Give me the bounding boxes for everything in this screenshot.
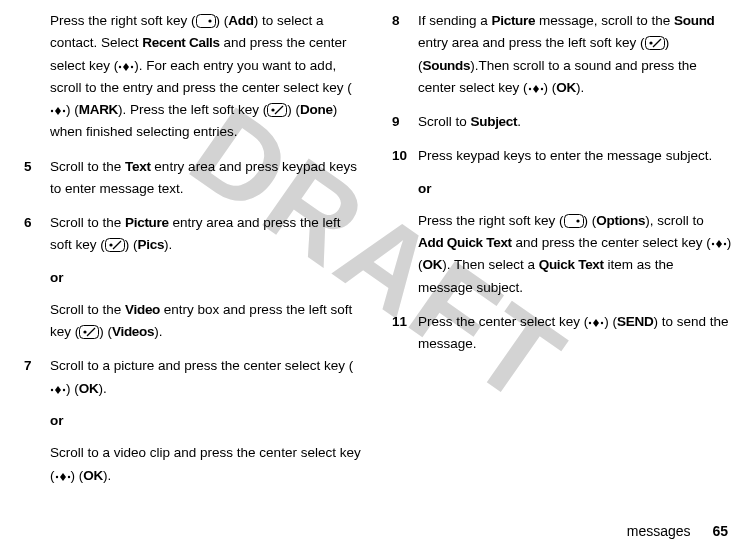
text: Scroll to the [50,159,125,174]
center-select-key-icon [588,317,604,329]
step-body: Scroll to the Text entry area and press … [50,156,364,201]
svg-point-25 [576,219,579,222]
text: Press the center select key ( [418,314,588,329]
text: Scroll to the [50,215,125,230]
label-sound: Sound [674,13,715,28]
step-6: 6 Scroll to the Picture entry area and p… [24,212,364,343]
left-soft-key-icon [645,36,665,50]
step-4-continuation: Press the right soft key () (Add) to sel… [24,10,364,144]
svg-rect-12 [80,326,99,339]
text: ). [98,381,106,396]
content-columns: Press the right soft key () (Add) to sel… [24,10,732,500]
svg-point-26 [711,243,713,245]
svg-point-5 [63,110,65,112]
text: Press keypad keys to enter the message s… [418,148,712,163]
text: ). [576,80,584,95]
text: Scroll to [418,114,471,129]
step-number: 8 [392,10,418,99]
step-number: 6 [24,212,50,343]
text: ) ( [604,314,617,329]
text: ). Press the left soft key ( [118,102,267,117]
label-options: Options [596,213,645,228]
step-body: Scroll to Subject. [418,111,732,133]
label-videos: Videos [112,324,154,339]
svg-point-23 [540,88,542,90]
text: Scroll to a picture and press the center… [50,358,353,373]
step-number: 7 [24,355,50,486]
svg-point-27 [723,243,725,245]
text: ) ( [584,213,597,228]
center-select-key-icon [55,471,71,483]
or-separator: or [50,267,364,289]
right-column: 8 If sending a Picture message, scroll t… [392,10,732,500]
text: ). [164,237,172,252]
label-subject: Subject [471,114,518,129]
center-select-key-icon [528,83,544,95]
step-7: 7 Scroll to a picture and press the cent… [24,355,364,486]
step-body: Press keypad keys to enter the message s… [418,145,732,299]
label-ok: OK [556,80,576,95]
label-picture: Picture [492,13,536,28]
label-ok: OK [423,257,443,272]
text: message, scroll to the [535,13,674,28]
text: and press the center select key ( [512,235,711,250]
step-11: 11 Press the center select key () (SEND)… [392,311,732,356]
svg-line-8 [275,106,283,114]
label-add: Add [228,13,253,28]
left-column: Press the right soft key () (Add) to sel… [24,10,364,500]
text: ). [154,324,162,339]
svg-line-11 [113,241,121,249]
step-5: 5 Scroll to the Text entry area and pres… [24,156,364,201]
label-video: Video [125,302,160,317]
svg-point-22 [528,88,530,90]
svg-point-4 [51,110,53,112]
text: ) ( [99,324,112,339]
step-number: 10 [392,145,418,299]
text: ) ( [544,80,557,95]
label-recent-calls: Recent Calls [142,35,219,50]
label-pics: Pics [138,237,165,252]
step-body: Scroll to the Picture entry area and pre… [50,212,364,343]
svg-point-2 [119,65,121,67]
text: ) ( [71,468,84,483]
text: ) ( [216,13,229,28]
text: If sending a [418,13,492,28]
text: ). [103,468,111,483]
or-separator: or [50,410,364,432]
footer-section-label: messages [627,523,691,539]
text: Press the right soft key ( [418,213,564,228]
text: ) ( [125,237,138,252]
center-select-key-icon [711,238,727,250]
right-soft-key-icon [196,14,216,28]
text: . [517,114,521,129]
svg-rect-24 [564,214,583,227]
label-add-quick-text: Add Quick Text [418,235,512,250]
text: Scroll to the [50,302,125,317]
step-number: 5 [24,156,50,201]
center-select-key-icon [118,61,134,73]
svg-rect-9 [105,239,124,252]
svg-rect-0 [196,15,215,28]
svg-point-10 [109,244,112,247]
or-separator: or [418,178,732,200]
svg-point-7 [272,108,275,111]
step-body: Press the right soft key () (Add) to sel… [50,10,364,144]
label-ok: OK [79,381,99,396]
footer-page-number: 65 [712,523,728,539]
label-mark: MARK [79,102,118,117]
label-picture: Picture [125,215,169,230]
svg-point-20 [649,42,652,45]
text: ) ( [287,102,300,117]
right-soft-key-icon [564,214,584,228]
svg-point-17 [55,475,57,477]
svg-point-18 [67,475,69,477]
center-select-key-icon [50,105,66,117]
label-text: Text [125,159,151,174]
left-soft-key-icon [267,103,287,117]
svg-point-13 [84,331,87,334]
svg-point-15 [51,389,53,391]
step-number: 11 [392,311,418,356]
svg-line-14 [87,328,95,336]
step-body: Scroll to a picture and press the center… [50,355,364,486]
text: ), scroll to [645,213,704,228]
